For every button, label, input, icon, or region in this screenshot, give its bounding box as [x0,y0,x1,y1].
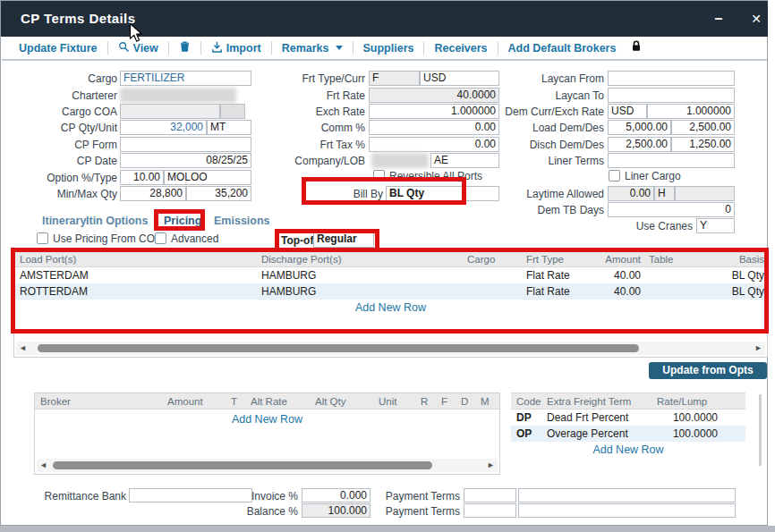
close-button[interactable]: ✕ [745,8,767,30]
scroll-left-arrow[interactable]: ◄ [39,460,47,470]
col-amount[interactable]: Amount [162,396,226,407]
delete-button[interactable] [179,40,191,55]
option-pct-field[interactable]: 10.00 [120,170,164,185]
liner-cargo-checkbox[interactable] [609,170,620,182]
col-cargo[interactable]: Cargo [462,254,521,265]
company-redacted-value[interactable] [371,153,429,168]
col-r[interactable]: R [415,396,436,407]
term-cell[interactable]: Dead Frt Percent [541,411,652,424]
cp-qty-field[interactable]: 32,000 [120,120,207,135]
cargo-field[interactable]: FERTILIZER [120,71,251,86]
extra-freight-add-new-row-link[interactable]: Add New Row [511,443,745,456]
dem-tb-days-field[interactable]: 0 [608,202,735,217]
update-from-opts-button[interactable]: Update from Opts [649,362,767,379]
term-cell[interactable]: Overage Percent [541,427,652,440]
amount-cell[interactable]: 40.00 [596,269,643,282]
tab-emissions[interactable]: Emissions [214,215,270,227]
discharge-port-cell[interactable]: HAMBURG [256,285,462,298]
scroll-right-arrow[interactable]: ► [754,343,762,353]
table-row[interactable]: AMSTERDAM HAMBURG Flat Rate 40.00 BL Qty [14,267,767,283]
laycan-from-field[interactable] [608,71,735,86]
col-unit[interactable]: Unit [373,396,415,407]
use-cranes-field[interactable]: Y [696,218,735,233]
laycan-to-field[interactable] [608,88,735,103]
frt-curr-field[interactable]: USD [420,71,499,86]
table-row[interactable]: ROTTERDAM HAMBURG Flat Rate 40.00 BL Qty [14,283,767,300]
min-qty-field[interactable]: 28,800 [120,186,186,201]
suppliers-button[interactable]: Suppliers [363,42,414,55]
minimize-button[interactable]: – [708,8,729,30]
option-type-field[interactable]: MOLOO [164,170,251,185]
extra-freight-v-scrollbar[interactable] [759,394,762,466]
col-alt-qty[interactable]: Alt Qty [310,396,373,407]
disch-dem-field[interactable]: 2,500.00 [608,137,671,152]
disch-des-field[interactable]: 1,250.00 [671,137,735,152]
load-dem-field[interactable]: 5,000.00 [608,120,671,135]
col-code[interactable]: Code [511,396,541,407]
col-amount[interactable]: Amount [596,254,643,265]
col-frt-type[interactable]: Frt Type [521,254,596,265]
rate-cell[interactable]: 100.0000 [652,427,720,440]
frt-type-cell[interactable]: Flat Rate [521,269,596,282]
load-port-cell[interactable]: AMSTERDAM [14,269,256,282]
tab-itin-options[interactable]: Itin Options [86,215,148,227]
invoice-pct-field[interactable]: 0.000 [302,488,370,502]
scrollbar-thumb[interactable] [38,344,639,352]
reversible-all-ports-checkbox[interactable] [373,170,385,182]
receivers-button[interactable]: Receivers [434,42,487,55]
dem-exch-rate-field[interactable]: 1.000000 [647,104,735,119]
load-des-field[interactable]: 2,500.00 [671,120,735,135]
load-port-cell[interactable]: ROTTERDAM [14,285,256,298]
col-extra-freight-term[interactable]: Extra Freight Term [541,396,652,407]
broker-add-new-row-link[interactable]: Add New Row [35,413,499,426]
col-load-ports[interactable]: Load Port(s) [14,254,256,265]
top-off-select[interactable]: Regular [313,232,374,248]
scroll-left-arrow[interactable]: ◄ [19,343,27,353]
scrollbar-thumb[interactable] [53,461,432,469]
col-t[interactable]: T [226,396,245,407]
import-button[interactable]: Import [211,41,261,55]
comm-pct-field[interactable]: 0.00 [369,120,499,135]
col-f[interactable]: F [436,396,456,407]
pricing-add-new-row-link[interactable]: Add New Row [14,301,767,314]
code-cell[interactable]: DP [511,411,541,424]
add-default-brokers-button[interactable]: Add Default Brokers [508,42,617,55]
dem-curr-field[interactable]: USD [608,104,647,119]
payment-terms-code-field-2[interactable] [464,503,516,518]
cp-form-field[interactable] [120,137,251,152]
basis-cell[interactable]: BL Qty [720,269,767,282]
col-alt-rate[interactable]: Alt Rate [245,396,310,407]
liner-terms-field[interactable] [608,153,735,168]
cp-date-field[interactable]: 08/25/25 [120,153,251,168]
col-m[interactable]: M [475,396,499,407]
charterer-redacted-value[interactable] [120,88,236,103]
exch-rate-field[interactable]: 1.000000 [369,104,499,119]
frt-type-cell[interactable]: Flat Rate [521,285,596,298]
tab-itinerary[interactable]: Itinerary [42,215,86,227]
max-qty-field[interactable]: 35,200 [186,186,251,201]
advanced-checkbox[interactable] [155,232,166,244]
pricing-h-scrollbar[interactable]: ◄ ► [16,342,765,355]
payment-terms-desc-field-1[interactable] [518,488,736,502]
window-bottom-scrollbar[interactable] [0,526,775,532]
col-rate-lump[interactable]: Rate/Lump [652,396,720,407]
col-table[interactable]: Table [643,254,720,265]
remarks-menu-button[interactable]: Remarks [282,42,343,55]
bill-by-field[interactable]: BL Qty [386,186,499,201]
extra-freight-row[interactable]: OP Overage Percent 100.0000 [511,426,745,442]
cp-unit-field[interactable]: MT [207,120,251,135]
col-broker[interactable]: Broker [35,396,162,407]
use-pricing-from-coa-checkbox[interactable] [37,232,48,244]
rate-cell[interactable]: 100.0000 [652,411,720,424]
payment-terms-desc-field-2[interactable] [518,503,736,518]
col-d[interactable]: D [456,396,475,407]
lob-field[interactable]: AE [430,153,499,168]
basis-cell[interactable]: BL Qty [720,285,767,298]
frt-tax-pct-field[interactable]: 0.00 [369,137,499,152]
broker-h-scrollbar[interactable]: ◄ ► [37,459,498,472]
code-cell[interactable]: OP [511,427,541,440]
col-discharge-ports[interactable]: Discharge Port(s) [256,254,462,265]
col-basis[interactable]: Basis [720,254,767,265]
tab-pricing[interactable]: Pricing [164,215,201,231]
amount-cell[interactable]: 40.00 [596,285,643,298]
